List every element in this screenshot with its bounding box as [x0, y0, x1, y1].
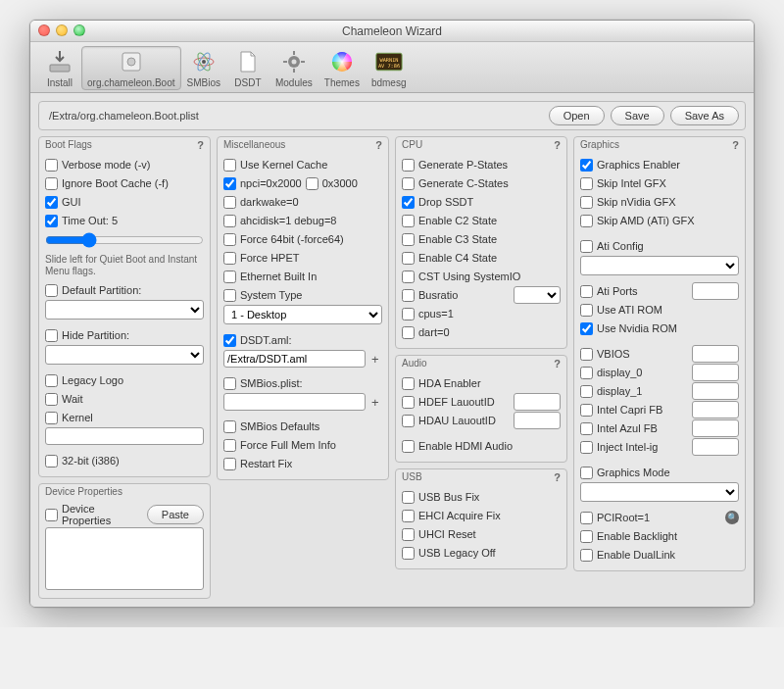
- kernel-checkbox[interactable]: [45, 412, 58, 424]
- dropssdt-checkbox[interactable]: [402, 196, 415, 209]
- dart-checkbox[interactable]: [402, 326, 415, 339]
- toolbar-bdmesg[interactable]: WARNINAV 7:86 bdmesg: [366, 46, 413, 90]
- ahcidisk-checkbox[interactable]: [223, 215, 236, 227]
- help-icon[interactable]: ?: [554, 471, 561, 483]
- ignore-cache-checkbox[interactable]: [45, 177, 58, 190]
- usblegacy-checkbox[interactable]: [402, 547, 415, 560]
- c4-checkbox[interactable]: [402, 252, 415, 265]
- vbios-checkbox[interactable]: [580, 348, 593, 361]
- d0-checkbox[interactable]: [580, 367, 593, 379]
- use-kernel-cache-checkbox[interactable]: [223, 159, 236, 172]
- timeout-slider[interactable]: [45, 232, 204, 248]
- systemtype-checkbox[interactable]: [223, 289, 236, 302]
- npci2000-checkbox[interactable]: [223, 177, 236, 190]
- dsdt-checkbox[interactable]: [223, 334, 236, 347]
- darkwake-checkbox[interactable]: [223, 196, 236, 209]
- saveas-button[interactable]: Save As: [670, 106, 739, 125]
- duallink-checkbox[interactable]: [580, 549, 593, 562]
- forcehpet-checkbox[interactable]: [223, 252, 236, 265]
- hdmi-checkbox[interactable]: [402, 440, 415, 453]
- backlight-checkbox[interactable]: [580, 530, 593, 543]
- skipnv-checkbox[interactable]: [580, 196, 593, 209]
- help-icon[interactable]: ?: [554, 139, 561, 151]
- toolbar-dsdt[interactable]: DSDT: [226, 46, 270, 90]
- hdef-input[interactable]: [514, 393, 561, 411]
- forcefullmem-checkbox[interactable]: [223, 439, 236, 452]
- c2-checkbox[interactable]: [402, 215, 415, 227]
- gui-checkbox[interactable]: [45, 196, 58, 209]
- genp-checkbox[interactable]: [402, 159, 415, 172]
- toolbar-install[interactable]: Install: [38, 46, 81, 90]
- skipamd-checkbox[interactable]: [580, 215, 593, 227]
- atiports-checkbox[interactable]: [580, 285, 593, 298]
- i386-checkbox[interactable]: [45, 455, 58, 468]
- smbios-plist-checkbox[interactable]: [223, 377, 236, 390]
- usbbusfix-checkbox[interactable]: [402, 491, 415, 504]
- save-button[interactable]: Save: [611, 106, 664, 125]
- toolbar-boot[interactable]: org.chameleon.Boot: [81, 46, 181, 90]
- gmode-select[interactable]: [580, 482, 739, 502]
- d1-checkbox[interactable]: [580, 385, 593, 398]
- capri-input[interactable]: [692, 401, 739, 418]
- help-icon[interactable]: ?: [375, 139, 382, 151]
- hdau-checkbox[interactable]: [402, 415, 415, 427]
- verbose-checkbox[interactable]: [45, 159, 58, 172]
- help-icon[interactable]: ?: [732, 139, 739, 151]
- cpus1-checkbox[interactable]: [402, 308, 415, 320]
- usenvrom-checkbox[interactable]: [580, 322, 593, 335]
- capri-checkbox[interactable]: [580, 404, 593, 417]
- hide-partition-select[interactable]: [45, 345, 204, 365]
- gmode-checkbox[interactable]: [580, 467, 593, 479]
- default-partition-checkbox[interactable]: [45, 284, 58, 297]
- gfxenabler-checkbox[interactable]: [580, 159, 593, 172]
- paste-button[interactable]: Paste: [147, 505, 204, 524]
- smbios-defaults-checkbox[interactable]: [223, 420, 236, 433]
- ehci-checkbox[interactable]: [402, 510, 415, 522]
- minimize-icon[interactable]: [56, 25, 68, 36]
- genc-checkbox[interactable]: [402, 177, 415, 190]
- hide-partition-checkbox[interactable]: [45, 329, 58, 342]
- pciroot-checkbox[interactable]: [580, 512, 593, 524]
- dsdt-add-button[interactable]: +: [368, 352, 382, 367]
- aticonfig-select[interactable]: [580, 256, 739, 275]
- cstsys-checkbox[interactable]: [402, 271, 415, 283]
- legacy-logo-checkbox[interactable]: [45, 374, 58, 387]
- timeout-checkbox[interactable]: [45, 215, 58, 227]
- d1-input[interactable]: [692, 382, 739, 400]
- c3-checkbox[interactable]: [402, 233, 415, 246]
- default-partition-select[interactable]: [45, 300, 204, 320]
- busratio-checkbox[interactable]: [402, 289, 415, 302]
- devprops-checkbox[interactable]: [45, 509, 58, 521]
- npci3000-checkbox[interactable]: [306, 177, 318, 190]
- devprops-textarea[interactable]: [45, 527, 204, 590]
- d0-input[interactable]: [692, 364, 739, 381]
- restartfix-checkbox[interactable]: [223, 458, 236, 470]
- useatirom-checkbox[interactable]: [580, 304, 593, 317]
- toolbar-modules[interactable]: Modules: [270, 46, 318, 90]
- hdaenabler-checkbox[interactable]: [402, 377, 415, 390]
- vbios-input[interactable]: [692, 345, 739, 363]
- systemtype-select[interactable]: 1 - Desktop: [223, 305, 382, 324]
- kernel-input[interactable]: [45, 427, 204, 445]
- toolbar-themes[interactable]: Themes: [318, 46, 366, 90]
- azul-input[interactable]: [692, 419, 739, 437]
- smbios-path-input[interactable]: [223, 393, 366, 411]
- force64-checkbox[interactable]: [223, 233, 236, 246]
- zoom-icon[interactable]: [74, 25, 85, 36]
- busratio-select[interactable]: [514, 286, 561, 304]
- help-icon[interactable]: ?: [554, 358, 561, 369]
- open-button[interactable]: Open: [549, 106, 605, 125]
- close-icon[interactable]: [38, 25, 50, 36]
- aticonfig-checkbox[interactable]: [580, 240, 593, 253]
- wait-checkbox[interactable]: [45, 393, 58, 406]
- atiports-input[interactable]: [692, 282, 739, 300]
- dsdt-path-input[interactable]: [223, 350, 366, 368]
- hdef-checkbox[interactable]: [402, 396, 415, 409]
- azul-checkbox[interactable]: [580, 422, 593, 435]
- injectig-input[interactable]: [692, 438, 739, 456]
- toolbar-smbios[interactable]: SMBios: [181, 46, 226, 90]
- skipintel-checkbox[interactable]: [580, 177, 593, 190]
- uhci-checkbox[interactable]: [402, 528, 415, 541]
- help-icon[interactable]: ?: [197, 139, 204, 151]
- hdau-input[interactable]: [514, 412, 561, 429]
